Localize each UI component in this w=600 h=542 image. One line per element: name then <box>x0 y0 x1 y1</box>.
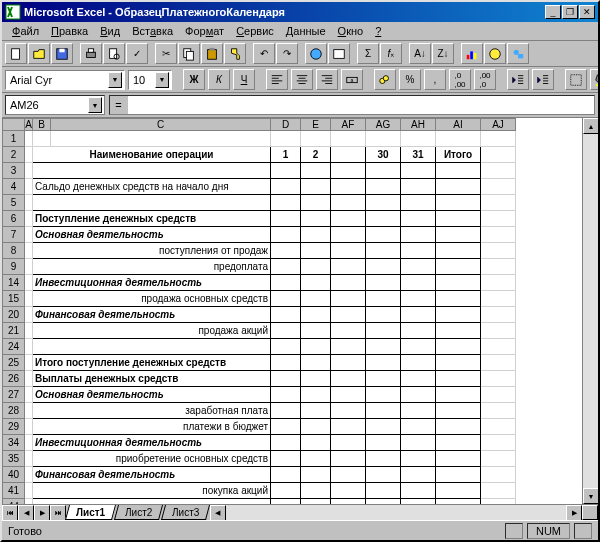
sheet-tab-1[interactable]: Лист1 <box>65 505 116 520</box>
cell[interactable]: Основная деятельность <box>33 387 271 403</box>
percent-icon[interactable]: % <box>399 69 421 90</box>
chevron-down-icon[interactable]: ▼ <box>155 72 169 88</box>
menu-help[interactable]: ? <box>369 23 387 39</box>
fill-color-icon[interactable] <box>590 69 598 90</box>
col-header[interactable]: A <box>25 119 33 131</box>
redo-icon[interactable]: ↷ <box>276 43 298 64</box>
copy-icon[interactable] <box>178 43 200 64</box>
tab-next-icon[interactable]: ▶ <box>34 505 50 521</box>
save-icon[interactable] <box>51 43 73 64</box>
chevron-down-icon[interactable]: ▼ <box>108 72 122 88</box>
minimize-button[interactable]: _ <box>545 5 561 19</box>
sheet-tab-2[interactable]: Лист2 <box>114 505 163 520</box>
new-icon[interactable] <box>5 43 27 64</box>
cell[interactable]: покупка акций <box>33 483 271 499</box>
col-header[interactable]: E <box>301 119 331 131</box>
increase-decimal-icon[interactable]: ,0,00 <box>449 69 471 90</box>
cell[interactable]: продажа акций <box>33 323 271 339</box>
italic-icon[interactable]: К <box>208 69 230 90</box>
cell[interactable]: 31 <box>401 147 436 163</box>
menu-view[interactable]: Вид <box>94 23 126 39</box>
scroll-right-icon[interactable]: ▶ <box>566 505 582 521</box>
menu-tools[interactable]: Сервис <box>230 23 280 39</box>
currency-icon[interactable] <box>374 69 396 90</box>
menu-window[interactable]: Окно <box>332 23 370 39</box>
bold-icon[interactable]: Ж <box>183 69 205 90</box>
align-center-icon[interactable] <box>291 69 313 90</box>
cell[interactable]: приобретение основных средств <box>33 451 271 467</box>
col-header[interactable]: AH <box>401 119 436 131</box>
sort-desc-icon[interactable]: Z↓ <box>432 43 454 64</box>
web-toolbar-icon[interactable] <box>328 43 350 64</box>
cell[interactable]: поступления от продаж <box>33 243 271 259</box>
col-header[interactable]: D <box>271 119 301 131</box>
restore-button[interactable]: ❐ <box>562 5 578 19</box>
underline-icon[interactable]: Ч <box>233 69 255 90</box>
cell[interactable]: Инвестиционная деятельность <box>33 435 271 451</box>
col-header[interactable]: AG <box>366 119 401 131</box>
cell[interactable]: продажа основных средств <box>33 291 271 307</box>
sort-asc-icon[interactable]: A↓ <box>409 43 431 64</box>
select-all-corner[interactable] <box>3 119 25 131</box>
formula-input[interactable]: = <box>109 95 595 115</box>
function-icon[interactable]: fₓ <box>380 43 402 64</box>
cell[interactable]: Наименование операции <box>33 147 271 163</box>
tab-last-icon[interactable]: ⏭ <box>50 505 66 521</box>
tab-first-icon[interactable]: ⏮ <box>2 505 18 521</box>
borders-icon[interactable] <box>565 69 587 90</box>
print-icon[interactable] <box>80 43 102 64</box>
cut-icon[interactable]: ✂ <box>155 43 177 64</box>
cell[interactable]: 2 <box>301 147 331 163</box>
cell[interactable]: Итого <box>436 147 481 163</box>
chart-icon[interactable] <box>461 43 483 64</box>
cell[interactable]: Выплаты денежных средств <box>33 371 271 387</box>
merge-icon[interactable]: a <box>341 69 363 90</box>
drawing-icon[interactable] <box>507 43 529 64</box>
row-header[interactable]: 2 <box>3 147 25 163</box>
cell[interactable]: 1 <box>271 147 301 163</box>
paste-icon[interactable] <box>201 43 223 64</box>
decrease-indent-icon[interactable] <box>507 69 529 90</box>
col-header[interactable]: C <box>51 119 271 131</box>
cell[interactable]: 30 <box>366 147 401 163</box>
comma-icon[interactable]: , <box>424 69 446 90</box>
horizontal-scrollbar[interactable]: ◀ ▶ <box>210 505 582 520</box>
scroll-up-icon[interactable]: ▲ <box>583 118 598 134</box>
undo-icon[interactable]: ↶ <box>253 43 275 64</box>
scroll-down-icon[interactable]: ▼ <box>583 488 598 504</box>
col-header[interactable]: AF <box>331 119 366 131</box>
map-icon[interactable] <box>484 43 506 64</box>
cell[interactable]: платежи в бюджет <box>33 419 271 435</box>
menu-edit[interactable]: Правка <box>45 23 94 39</box>
cell[interactable]: Итого поступление денежных средств <box>33 355 271 371</box>
cell[interactable]: Сальдо денежных средств на начало дня <box>33 179 271 195</box>
cell[interactable]: Основная деятельность <box>33 227 271 243</box>
vertical-scrollbar[interactable]: ▲ ▼ <box>582 118 598 504</box>
menu-insert[interactable]: Вставка <box>126 23 179 39</box>
cell[interactable]: Поступление денежных средств <box>33 211 271 227</box>
tab-prev-icon[interactable]: ◀ <box>18 505 34 521</box>
equals-icon[interactable]: = <box>110 96 128 114</box>
col-header[interactable]: B <box>33 119 51 131</box>
worksheet[interactable]: A B C D E AF AG AH AI AJ 1 2Наименование… <box>2 118 582 504</box>
cell[interactable]: заработная плата <box>33 403 271 419</box>
hyperlink-icon[interactable] <box>305 43 327 64</box>
align-left-icon[interactable] <box>266 69 288 90</box>
increase-indent-icon[interactable] <box>532 69 554 90</box>
open-icon[interactable] <box>28 43 50 64</box>
scroll-left-icon[interactable]: ◀ <box>210 505 226 521</box>
cell[interactable]: Финансовая деятельность <box>33 307 271 323</box>
menu-file[interactable]: Файл <box>6 23 45 39</box>
cell[interactable]: предоплата <box>33 259 271 275</box>
menu-data[interactable]: Данные <box>280 23 332 39</box>
align-right-icon[interactable] <box>316 69 338 90</box>
decrease-decimal-icon[interactable]: ,00,0 <box>474 69 496 90</box>
preview-icon[interactable] <box>103 43 125 64</box>
sheet-tab-3[interactable]: Лист3 <box>161 505 210 520</box>
font-combo[interactable]: Arial Cyr ▼ <box>5 70 125 90</box>
chevron-down-icon[interactable]: ▼ <box>88 97 102 113</box>
autosum-icon[interactable]: Σ <box>357 43 379 64</box>
row-header[interactable]: 1 <box>3 131 25 147</box>
col-header[interactable]: AJ <box>481 119 516 131</box>
fontsize-combo[interactable]: 10 ▼ <box>128 70 172 90</box>
